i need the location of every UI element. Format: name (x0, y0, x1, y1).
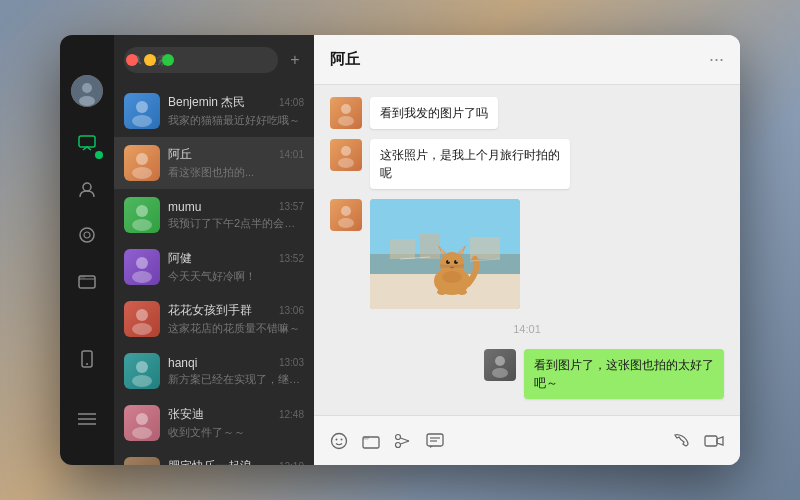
user-avatar[interactable] (71, 75, 103, 107)
svg-point-77 (332, 433, 347, 448)
svg-point-9 (86, 363, 88, 365)
chat-menu-button[interactable]: ··· (709, 49, 724, 70)
chat-item-name: mumu (168, 200, 201, 214)
chat-header: 阿丘 ··· (314, 35, 740, 85)
folder-nav-icon[interactable] (71, 265, 103, 297)
svg-point-75 (495, 356, 505, 366)
svg-rect-88 (705, 436, 717, 446)
chat-item-name: Benjemin 杰民 (168, 94, 245, 111)
message-row: 看到我发的图片了吗 (330, 97, 724, 129)
chat-item-name: 花花女孩到手群 (168, 302, 252, 319)
chat-item-info: 张安迪 12:48 收到文件了～～ (168, 406, 304, 440)
svg-point-32 (132, 375, 152, 387)
chat-item-name: 肥宅快乐一起浪 (168, 458, 252, 465)
svg-point-71 (457, 289, 467, 295)
svg-point-64 (451, 265, 454, 267)
scissors-button[interactable] (394, 432, 412, 450)
chat-item-preview: 这家花店的花质量不错嘛～ (168, 321, 304, 336)
chat-list-item[interactable]: mumu 13:57 我预订了下午2点半的会议室 (114, 189, 314, 241)
svg-point-19 (136, 153, 148, 165)
svg-point-4 (83, 183, 91, 191)
chat-list-item[interactable]: 肥宅快乐一起浪 12:10 阿丘：这个地方好美啊想去... (114, 449, 314, 465)
chat-item-info: hanqi 13:03 新方案已经在实现了，继续... (168, 356, 304, 387)
phone-sidebar-icon[interactable] (71, 343, 103, 375)
svg-point-22 (136, 205, 148, 217)
folder-button[interactable] (362, 432, 380, 450)
chat-contact-name: 阿丘 (330, 50, 709, 69)
svg-point-35 (132, 427, 152, 439)
svg-point-76 (492, 368, 508, 378)
chat-item-time: 13:06 (279, 305, 304, 316)
svg-point-47 (338, 218, 354, 228)
chat-list: Benjemin 杰民 14:08 我家的猫猫最近好好吃哦～ 阿丘 14:01 … (114, 85, 314, 465)
svg-point-46 (341, 206, 351, 216)
chat-item-avatar (124, 405, 160, 441)
chat-bubble-button[interactable] (426, 432, 444, 450)
message-avatar (330, 199, 362, 231)
chat-item-info: mumu 13:57 我预订了下午2点半的会议室 (168, 200, 304, 231)
svg-point-28 (136, 309, 148, 321)
message-row (330, 199, 724, 309)
chat-item-info: 花花女孩到手群 13:06 这家花店的花质量不错嘛～ (168, 302, 304, 336)
svg-point-26 (132, 271, 152, 283)
chat-list-item[interactable]: hanqi 13:03 新方案已经在实现了，继续... (114, 345, 314, 397)
chat-item-time: 12:10 (279, 461, 304, 465)
message-bubble: 这张照片，是我上个月旅行时拍的呢 (370, 139, 570, 189)
chat-area: 阿丘 ··· 看到我发的图片了吗 这张照片，是我上个月旅行时拍的呢 (314, 35, 740, 465)
svg-point-62 (448, 260, 450, 262)
svg-point-81 (396, 434, 401, 439)
svg-line-83 (401, 438, 410, 441)
chat-item-preview: 我家的猫猫最近好好吃哦～ (168, 113, 304, 128)
chat-item-avatar (124, 301, 160, 337)
chat-item-name: 阿健 (168, 250, 192, 267)
chat-list-item[interactable]: 阿丘 14:01 看这张图也拍的... (114, 137, 314, 189)
toolbar-right (672, 432, 724, 450)
chat-item-time: 14:08 (279, 97, 304, 108)
message-row: 这张照片，是我上个月旅行时拍的呢 (330, 139, 724, 189)
chat-list-item[interactable]: 阿健 13:52 今天天气好冷啊！ (114, 241, 314, 293)
chat-item-avatar (124, 197, 160, 233)
contacts-nav-icon[interactable] (71, 173, 103, 205)
chat-item-time: 14:01 (279, 149, 304, 160)
svg-rect-53 (470, 237, 500, 259)
menu-sidebar-icon[interactable] (71, 403, 103, 435)
svg-point-69 (442, 271, 462, 283)
svg-point-79 (341, 438, 343, 440)
chat-item-info: 阿健 13:52 今天天气好冷啊！ (168, 250, 304, 284)
svg-point-6 (84, 232, 90, 238)
chat-list-item[interactable]: Benjemin 杰民 14:08 我家的猫猫最近好好吃哦～ (114, 85, 314, 137)
chat-nav-icon[interactable] (71, 127, 103, 159)
chat-item-preview: 新方案已经在实现了，继续... (168, 372, 304, 387)
chat-item-name: 阿丘 (168, 146, 192, 163)
add-chat-button[interactable]: + (286, 51, 304, 69)
svg-rect-85 (427, 434, 443, 446)
message-bubble: 看到我发的图片了吗 (370, 97, 498, 129)
chat-item-preview: 看这张图也拍的... (168, 165, 304, 180)
chat-list-header: 搜索 + (114, 35, 314, 85)
app-window: 搜索 + Benjemin 杰民 14:08 我家的猫猫最近好好吃哦～ (60, 35, 740, 465)
chat-item-time: 13:03 (279, 357, 304, 368)
chat-item-preview: 我预订了下午2点半的会议室 (168, 216, 304, 231)
chat-list-item[interactable]: 花花女孩到手群 13:06 这家花店的花质量不错嘛～ (114, 293, 314, 345)
svg-rect-3 (79, 136, 95, 147)
svg-point-1 (82, 83, 92, 93)
phone-call-button[interactable] (672, 432, 690, 450)
video-call-button[interactable] (704, 432, 724, 450)
toolbar-left (330, 432, 656, 450)
emoji-button[interactable] (330, 432, 348, 450)
chat-item-preview: 今天天气好冷啊！ (168, 269, 304, 284)
chat-item-info: Benjemin 杰民 14:08 我家的猫猫最近好好吃哦～ (168, 94, 304, 128)
svg-point-40 (341, 104, 351, 114)
svg-point-63 (456, 260, 458, 262)
svg-point-23 (132, 219, 152, 231)
message-avatar (484, 349, 516, 381)
chat-list-item[interactable]: 张安迪 12:48 收到文件了～～ (114, 397, 314, 449)
search-bar[interactable]: 搜索 (124, 47, 278, 73)
svg-point-31 (136, 361, 148, 373)
svg-point-29 (132, 323, 152, 335)
chat-item-name: 张安迪 (168, 406, 204, 423)
message-image (370, 199, 520, 309)
chat-list-panel: 搜索 + Benjemin 杰民 14:08 我家的猫猫最近好好吃哦～ (114, 35, 314, 465)
discover-nav-icon[interactable] (71, 219, 103, 251)
chat-item-avatar (124, 249, 160, 285)
